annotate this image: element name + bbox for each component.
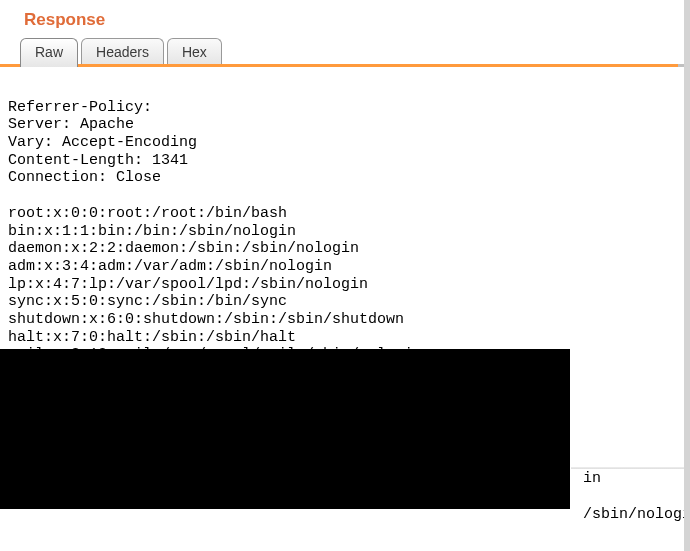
tab-bar: Raw Headers Hex (0, 38, 690, 67)
http-headers-text: Referrer-Policy: Server: Apache Vary: Ac… (8, 99, 197, 187)
tab-raw[interactable]: Raw (20, 38, 78, 67)
scrollbar-track[interactable] (684, 0, 690, 551)
partial-line-2: /sbin/nologin (583, 506, 690, 523)
divider (571, 467, 684, 469)
panel-title: Response (24, 10, 105, 29)
redaction-block (0, 349, 570, 509)
tab-hex[interactable]: Hex (167, 38, 222, 64)
tab-headers[interactable]: Headers (81, 38, 164, 64)
partial-line-1: in (583, 470, 601, 487)
response-body: Referrer-Policy: Server: Apache Vary: Ac… (0, 67, 690, 551)
passwd-content: root:x:0:0:root:/root:/bin/bash bin:x:1:… (8, 205, 422, 364)
